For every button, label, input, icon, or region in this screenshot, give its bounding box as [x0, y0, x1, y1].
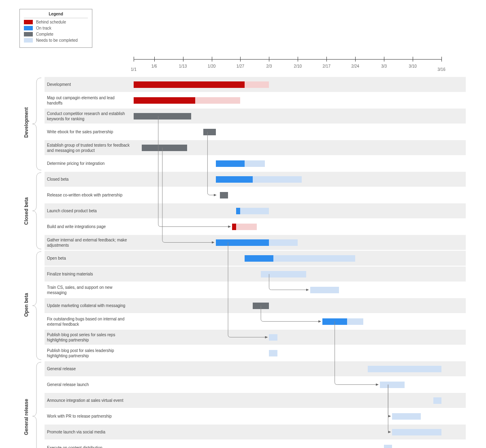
row-bars	[134, 93, 466, 108]
gantt-row: Establish group of trusted testers for f…	[45, 140, 466, 155]
row-bars	[134, 140, 466, 155]
legend-label: Behind schedule	[36, 20, 66, 24]
group-brace	[32, 251, 43, 361]
gantt-bar	[269, 350, 277, 356]
row-label: General release launch	[45, 377, 134, 392]
gantt-row: Promote launch via social media	[45, 425, 466, 439]
gantt-row: Release co-written ebook with partnershi…	[45, 188, 466, 203]
row-label: Closed beta	[45, 172, 134, 187]
row-label: Development	[45, 77, 134, 92]
gantt-row: Conduct competitior research and establi…	[45, 109, 466, 124]
axis-end: 3/16	[437, 67, 445, 72]
group-label: Open beta	[23, 293, 29, 317]
legend-swatch	[24, 20, 33, 24]
gantt-row: Execute on content distribution	[45, 440, 466, 448]
gantt-bar	[134, 97, 195, 104]
axis-tick-label: 1/27	[237, 64, 244, 68]
gantt-bar	[433, 397, 441, 404]
row-label: Conduct competitior research and establi…	[45, 109, 134, 124]
axis-tick	[441, 57, 442, 62]
gantt-bar	[232, 224, 236, 230]
row-label: Announce integration at sales virtual ev…	[45, 393, 134, 408]
gantt-row: Fix outstanding bugs based on internal a…	[45, 314, 466, 329]
legend: Legend Behind scheduleOn trackCompleteNe…	[19, 9, 92, 48]
gantt-bar	[142, 145, 187, 151]
group-brace	[32, 172, 43, 250]
gantt-row: General release	[45, 361, 466, 376]
row-bars	[134, 282, 466, 297]
gantt-row: Launch closed product beta	[45, 203, 466, 218]
row-label: Execute on content distribution	[45, 440, 134, 448]
gantt-row: Determine pricing for integration	[45, 156, 466, 171]
gantt-bar	[310, 287, 339, 293]
row-label: Establish group of trusted testers for f…	[45, 140, 134, 155]
axis-tick-label: 2/24	[351, 64, 359, 68]
group-label: Development	[23, 107, 29, 138]
axis-tick-label: 3/10	[409, 64, 416, 68]
timeline-axis: 1/61/131/201/272/32/102/172/243/33/10 1/…	[134, 55, 441, 69]
gantt-bar	[216, 160, 245, 167]
axis-tick	[269, 57, 269, 62]
gantt-bar	[245, 160, 265, 167]
gantt-bar	[134, 113, 191, 119]
axis-tick	[355, 57, 356, 62]
legend-item: Behind schedule	[24, 20, 88, 24]
row-bars	[134, 77, 466, 92]
gantt-bar	[384, 445, 392, 448]
gantt-row: Publish blog post series for sales reps …	[45, 330, 466, 345]
row-bars	[134, 203, 466, 218]
gantt-row: Write ebook for the sales partnership	[45, 124, 466, 139]
gantt-row: Publish blog post for sales leadership h…	[45, 346, 466, 361]
row-label: Publish blog post for sales leadership h…	[45, 346, 134, 361]
row-bars	[134, 377, 466, 392]
gantt-row: Train CS, sales, and support on new mess…	[45, 282, 466, 297]
legend-swatch	[24, 32, 33, 36]
row-label: Determine pricing for integration	[45, 156, 134, 171]
row-bars	[134, 156, 466, 171]
row-label: Publish blog post series for sales reps …	[45, 330, 134, 345]
row-bars	[134, 124, 466, 139]
legend-label: On track	[36, 26, 51, 30]
legend-label: Complete	[36, 32, 53, 36]
row-bars	[134, 330, 466, 345]
gantt-bar	[195, 97, 240, 104]
group-label: General release	[23, 399, 29, 435]
row-bars	[134, 219, 466, 234]
row-label: Write ebook for the sales partnership	[45, 124, 134, 139]
row-bars	[134, 172, 466, 187]
row-bars	[134, 361, 466, 376]
legend-item: Needs to be completed	[24, 38, 88, 43]
gantt-row: Open beta	[45, 251, 466, 266]
gantt-bar	[216, 239, 269, 246]
row-label: General release	[45, 361, 134, 376]
gantt-bar	[322, 318, 347, 325]
gantt-bar	[236, 224, 257, 230]
axis-tick-label: 2/17	[323, 64, 330, 68]
row-label: Launch closed product beta	[45, 203, 134, 218]
row-label: Finalize training materials	[45, 267, 134, 282]
gantt-row: Work with PR to release partnership	[45, 409, 466, 424]
axis-tick	[384, 57, 384, 62]
axis-tick-label: 1/6	[151, 64, 157, 68]
gantt-bar	[269, 334, 277, 341]
row-bars	[134, 393, 466, 408]
legend-item: On track	[24, 26, 88, 30]
gantt-row: Build and write integrations page	[45, 219, 466, 234]
row-label: Fix outstanding bugs based on internal a…	[45, 314, 134, 329]
row-bars	[134, 235, 466, 250]
legend-item: Complete	[24, 32, 88, 36]
gantt-bar	[261, 271, 306, 277]
gantt-bar	[380, 382, 405, 388]
row-bars	[134, 188, 466, 203]
row-label: Train CS, sales, and support on new mess…	[45, 282, 134, 297]
row-bars	[134, 409, 466, 424]
row-bars	[134, 425, 466, 439]
gantt-row: Finalize training materials	[45, 267, 466, 282]
group-brace	[32, 361, 43, 448]
gantt-row: Closed beta	[45, 172, 466, 187]
axis-tick	[154, 57, 155, 62]
gantt-bar	[392, 429, 441, 435]
axis-tick	[298, 57, 298, 62]
axis-tick-label: 2/3	[266, 64, 272, 68]
row-bars	[134, 346, 466, 361]
